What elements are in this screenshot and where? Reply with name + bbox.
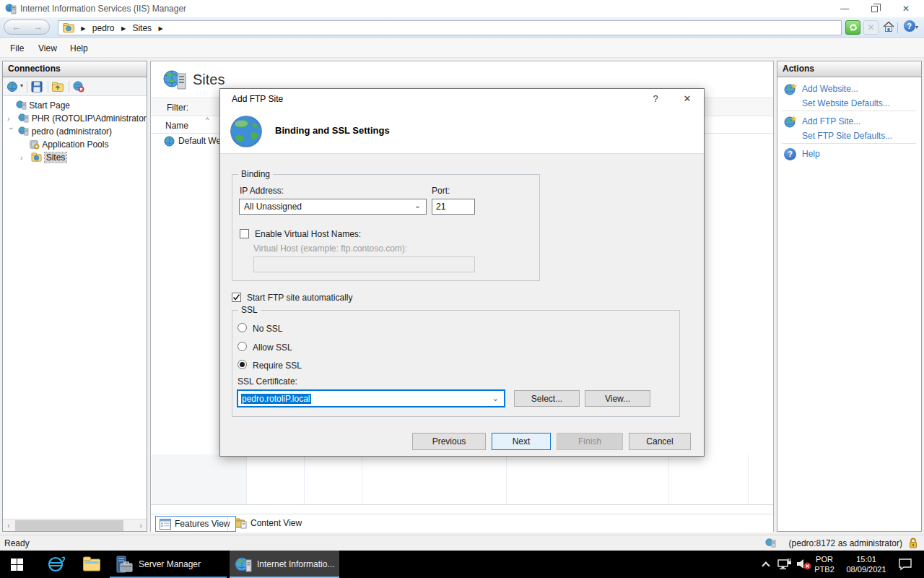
- allow-ssl-radio[interactable]: [237, 342, 247, 351]
- breadcrumb[interactable]: ▶ pedro ▶ Sites ▶: [58, 20, 842, 35]
- dialog-help-button[interactable]: ?: [648, 92, 663, 106]
- refresh-button[interactable]: [845, 20, 860, 35]
- restore-button[interactable]: [863, 3, 884, 14]
- tree-collapsed-icon[interactable]: ›: [7, 112, 16, 125]
- dialog-close-button[interactable]: ✕: [679, 92, 695, 106]
- action-link[interactable]: Set FTP Site Defaults...: [802, 131, 892, 141]
- back-icon[interactable]: ←: [12, 22, 21, 33]
- breadcrumb-item-sites[interactable]: Sites: [132, 23, 152, 33]
- menu-file[interactable]: File: [10, 43, 24, 53]
- lock-icon: [908, 538, 918, 548]
- view-certificate-button[interactable]: View...: [585, 390, 650, 407]
- tray-date: 08/09/2021: [840, 564, 892, 574]
- connection-dropdown-icon[interactable]: ▾: [20, 82, 23, 89]
- action-add-website[interactable]: Add Website...: [777, 82, 921, 97]
- tray-language-indicator[interactable]: POR PTB2: [810, 554, 839, 574]
- tab-label: Features View: [175, 519, 230, 529]
- grid-line: [304, 454, 305, 504]
- scrollbar-thumb[interactable]: [15, 520, 123, 531]
- port-input[interactable]: [432, 199, 475, 215]
- menu-help[interactable]: Help: [70, 43, 88, 53]
- no-ssl-radio[interactable]: [237, 323, 247, 332]
- taskbar-ie-button[interactable]: [40, 551, 71, 578]
- disconnect-icon[interactable]: [72, 80, 85, 93]
- action-link[interactable]: Set Website Defaults...: [802, 98, 890, 108]
- action-center-button[interactable]: [894, 551, 918, 578]
- binding-legend: Binding: [238, 169, 273, 179]
- require-ssl-radio[interactable]: [237, 360, 247, 369]
- previous-button[interactable]: Previous: [412, 433, 486, 450]
- breadcrumb-item-pedro[interactable]: pedro: [92, 23, 115, 33]
- action-add-ftp-site[interactable]: Add FTP Site...: [777, 115, 921, 129]
- ssl-certificate-select[interactable]: pedro.rotoliP.local ⌄: [237, 389, 505, 407]
- restore-icon: [871, 6, 878, 12]
- next-button[interactable]: Next: [492, 433, 551, 450]
- tree-label: Application Pools: [42, 139, 108, 150]
- tab-label: Content View: [250, 518, 302, 528]
- action-set-website-defaults[interactable]: Set Website Defaults...: [777, 97, 921, 111]
- start-button[interactable]: [0, 551, 35, 578]
- select-certificate-button[interactable]: Select...: [514, 390, 580, 407]
- tray-network-button[interactable]: [775, 551, 794, 578]
- add-website-icon: [784, 83, 797, 95]
- nav-buttons: ← →: [4, 20, 50, 35]
- add-ftp-site-dialog: Add FTP Site ? ✕ Binding and SSL Setting…: [219, 88, 705, 457]
- connections-panel: Connections ▾ Start Page › PHR (ROTOLIP\…: [2, 61, 147, 532]
- tree-label: pedro (administrator): [32, 126, 112, 137]
- connections-hscrollbar[interactable]: ‹ ›: [3, 519, 147, 531]
- taskbar-iis-window[interactable]: Internet Informatio...: [230, 551, 339, 578]
- ip-address-select[interactable]: All Unassigned ⌄: [239, 199, 427, 215]
- tray-show-hidden-button[interactable]: [758, 551, 775, 578]
- action-set-ftp-defaults[interactable]: Set FTP Site Defaults...: [777, 129, 921, 144]
- taskbar: Server Manager Internet Informatio... PO…: [0, 551, 924, 578]
- combo-chevron-icon: ⌄: [414, 201, 421, 210]
- action-help[interactable]: ? Help: [777, 147, 921, 162]
- grid-line: [362, 454, 362, 504]
- menu-bar: File View Help: [0, 38, 924, 58]
- forward-icon[interactable]: →: [33, 22, 43, 33]
- tab-features-view[interactable]: Features View: [155, 516, 236, 532]
- home-button[interactable]: [881, 20, 896, 35]
- finish-button: Finish: [557, 433, 623, 450]
- minimize-button[interactable]: —: [834, 3, 855, 14]
- up-folder-icon[interactable]: [51, 80, 64, 93]
- server-globe-icon: [16, 100, 27, 111]
- help-dropdown-icon[interactable]: ▾: [915, 24, 918, 30]
- sites-folder-icon: [31, 152, 42, 163]
- enable-vhost-checkbox[interactable]: [240, 229, 249, 238]
- toolbar-divider: [69, 81, 69, 92]
- save-icon[interactable]: [30, 80, 43, 93]
- tab-content-view[interactable]: Content View: [232, 516, 308, 532]
- tray-clock[interactable]: 15:01 08/09/2021: [840, 554, 892, 574]
- action-link[interactable]: Add Website...: [802, 84, 858, 94]
- action-link[interactable]: Help: [802, 149, 820, 159]
- taskbar-explorer-button[interactable]: [77, 551, 107, 578]
- connections-header: Connections: [3, 61, 147, 77]
- column-name[interactable]: Name: [165, 121, 188, 131]
- tree-collapsed-icon[interactable]: ›: [20, 151, 29, 164]
- action-link[interactable]: Add FTP Site...: [802, 116, 860, 126]
- taskbar-server-manager[interactable]: Server Manager: [110, 551, 227, 578]
- list-item-default-web-site[interactable]: Default Wel: [151, 134, 220, 148]
- tree-item-phr[interactable]: › PHR (ROTOLIP\Administrator: [7, 112, 147, 125]
- cancel-button[interactable]: Cancel: [629, 433, 691, 450]
- start-ftp-checkbox[interactable]: [232, 293, 241, 302]
- scroll-right-icon[interactable]: ›: [135, 520, 147, 531]
- sort-asc-icon: ^: [206, 116, 209, 124]
- tree-expanded-icon[interactable]: ›: [5, 127, 18, 136]
- close-button[interactable]: ✕: [895, 3, 917, 14]
- toolbar-divider: [897, 22, 898, 33]
- help-button[interactable]: ?: [902, 20, 917, 35]
- create-connection-icon[interactable]: [6, 80, 19, 93]
- ssl-legend: SSL: [238, 305, 261, 315]
- tree-item-application-pools[interactable]: Application Pools: [29, 138, 108, 151]
- tree-item-sites[interactable]: › Sites: [20, 151, 66, 164]
- menu-view[interactable]: View: [38, 43, 57, 53]
- tray-time: 15:01: [840, 554, 892, 564]
- tree-item-pedro[interactable]: › pedro (administrator): [7, 125, 112, 138]
- dialog-heading: Binding and SSL Settings: [275, 125, 390, 136]
- dialog-title: Add FTP Site: [232, 94, 283, 104]
- dialog-titlebar[interactable]: Add FTP Site ? ✕: [220, 89, 704, 109]
- tree-item-start-page[interactable]: Start Page: [16, 99, 70, 112]
- scroll-left-icon[interactable]: ‹: [3, 520, 14, 531]
